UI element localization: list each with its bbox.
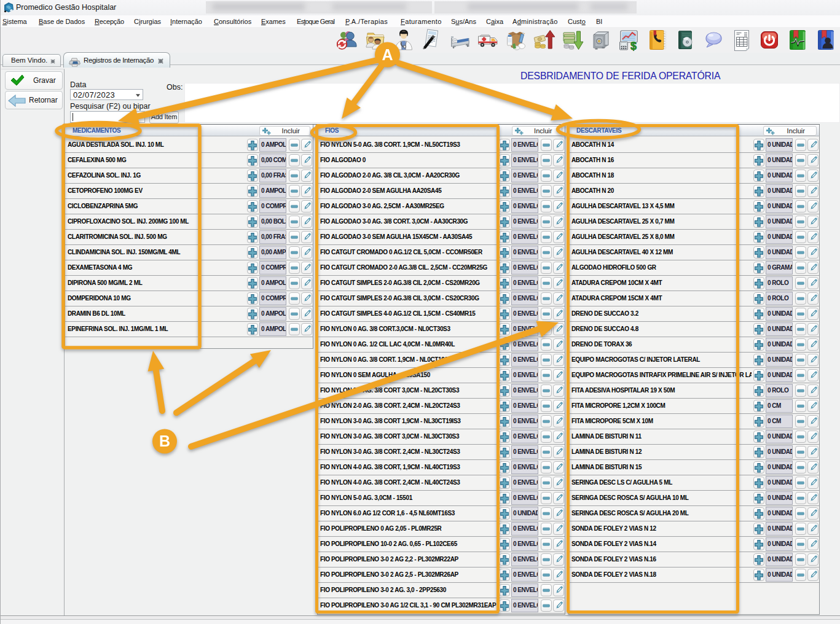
svg-text:B: B [159, 432, 170, 450]
svg-text:$: $ [630, 40, 637, 51]
